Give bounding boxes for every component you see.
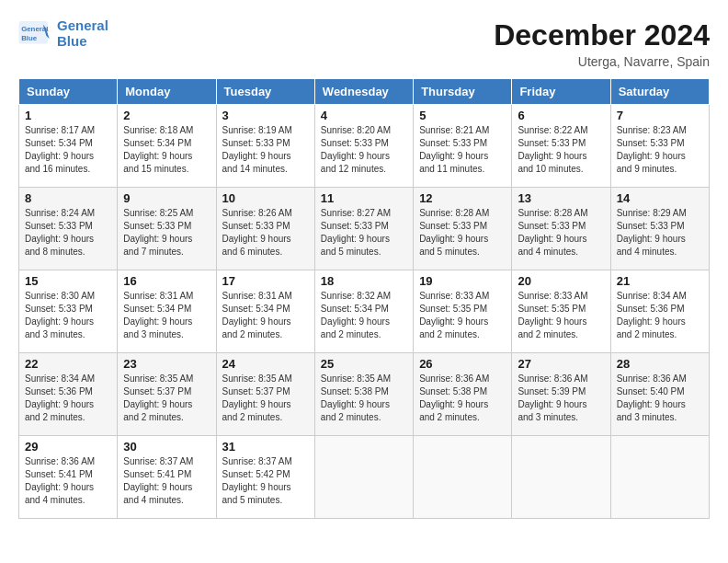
month-year-title: December 2024 <box>494 18 710 52</box>
day-number: 25 <box>321 357 407 371</box>
calendar-cell: 27Sunrise: 8:36 AM Sunset: 5:39 PM Dayli… <box>512 353 610 436</box>
day-number: 19 <box>419 274 506 288</box>
day-info: Sunrise: 8:24 AM Sunset: 5:33 PM Dayligh… <box>25 207 111 259</box>
day-info: Sunrise: 8:20 AM Sunset: 5:33 PM Dayligh… <box>321 124 407 176</box>
day-info: Sunrise: 8:28 AM Sunset: 5:33 PM Dayligh… <box>518 207 604 259</box>
calendar-cell: 4Sunrise: 8:20 AM Sunset: 5:33 PM Daylig… <box>314 105 413 188</box>
calendar-cell <box>414 436 512 519</box>
title-block: December 2024 Uterga, Navarre, Spain <box>494 18 710 69</box>
svg-text:Blue: Blue <box>21 34 38 42</box>
day-number: 16 <box>123 274 210 288</box>
page-header: General Blue General Blue December 2024 … <box>18 18 710 69</box>
day-number: 11 <box>321 191 407 205</box>
day-number: 5 <box>419 109 506 122</box>
calendar-cell: 7Sunrise: 8:23 AM Sunset: 5:33 PM Daylig… <box>610 105 709 188</box>
weekday-header-friday: Friday <box>512 79 610 105</box>
calendar-cell: 31Sunrise: 8:37 AM Sunset: 5:42 PM Dayli… <box>216 436 314 519</box>
day-number: 4 <box>321 109 407 122</box>
calendar-cell: 30Sunrise: 8:37 AM Sunset: 5:41 PM Dayli… <box>118 436 216 519</box>
day-number: 3 <box>222 109 309 122</box>
calendar-cell: 19Sunrise: 8:33 AM Sunset: 5:35 PM Dayli… <box>414 270 512 353</box>
day-number: 24 <box>222 357 309 371</box>
logo-icon: General Blue <box>18 21 51 47</box>
day-number: 21 <box>617 274 703 288</box>
day-info: Sunrise: 8:22 AM Sunset: 5:33 PM Dayligh… <box>518 124 604 176</box>
day-info: Sunrise: 8:34 AM Sunset: 5:36 PM Dayligh… <box>25 373 111 424</box>
day-number: 6 <box>518 109 604 122</box>
calendar-cell: 16Sunrise: 8:31 AM Sunset: 5:34 PM Dayli… <box>118 270 216 353</box>
day-info: Sunrise: 8:31 AM Sunset: 5:34 PM Dayligh… <box>123 290 210 341</box>
day-number: 9 <box>123 191 210 205</box>
logo-text: General Blue <box>57 18 108 49</box>
day-info: Sunrise: 8:31 AM Sunset: 5:34 PM Dayligh… <box>222 290 309 341</box>
calendar-cell: 6Sunrise: 8:22 AM Sunset: 5:33 PM Daylig… <box>512 105 610 188</box>
day-info: Sunrise: 8:36 AM Sunset: 5:41 PM Dayligh… <box>25 455 111 507</box>
calendar-cell: 15Sunrise: 8:30 AM Sunset: 5:33 PM Dayli… <box>19 270 118 353</box>
day-info: Sunrise: 8:37 AM Sunset: 5:41 PM Dayligh… <box>123 455 210 507</box>
day-number: 23 <box>123 357 210 371</box>
calendar-cell: 21Sunrise: 8:34 AM Sunset: 5:36 PM Dayli… <box>610 270 709 353</box>
calendar-cell: 18Sunrise: 8:32 AM Sunset: 5:34 PM Dayli… <box>314 270 413 353</box>
day-number: 10 <box>222 191 309 205</box>
calendar-cell: 14Sunrise: 8:29 AM Sunset: 5:33 PM Dayli… <box>610 188 709 270</box>
day-info: Sunrise: 8:34 AM Sunset: 5:36 PM Dayligh… <box>617 290 703 341</box>
day-info: Sunrise: 8:21 AM Sunset: 5:33 PM Dayligh… <box>419 124 506 176</box>
calendar-cell: 22Sunrise: 8:34 AM Sunset: 5:36 PM Dayli… <box>19 353 118 436</box>
day-info: Sunrise: 8:23 AM Sunset: 5:33 PM Dayligh… <box>617 124 703 176</box>
day-info: Sunrise: 8:36 AM Sunset: 5:40 PM Dayligh… <box>617 373 703 424</box>
calendar-cell: 17Sunrise: 8:31 AM Sunset: 5:34 PM Dayli… <box>216 270 314 353</box>
calendar-cell: 24Sunrise: 8:35 AM Sunset: 5:37 PM Dayli… <box>216 353 314 436</box>
day-info: Sunrise: 8:35 AM Sunset: 5:37 PM Dayligh… <box>222 373 309 424</box>
day-info: Sunrise: 8:19 AM Sunset: 5:33 PM Dayligh… <box>222 124 309 176</box>
weekday-header-thursday: Thursday <box>414 79 512 105</box>
day-number: 28 <box>617 357 703 371</box>
day-info: Sunrise: 8:17 AM Sunset: 5:34 PM Dayligh… <box>25 124 111 176</box>
calendar-week-row: 29Sunrise: 8:36 AM Sunset: 5:41 PM Dayli… <box>19 436 710 519</box>
day-info: Sunrise: 8:27 AM Sunset: 5:33 PM Dayligh… <box>321 207 407 259</box>
calendar-week-row: 15Sunrise: 8:30 AM Sunset: 5:33 PM Dayli… <box>19 270 710 353</box>
logo: General Blue General Blue <box>18 18 108 49</box>
day-number: 27 <box>518 357 604 371</box>
day-number: 22 <box>25 357 111 371</box>
calendar-cell: 28Sunrise: 8:36 AM Sunset: 5:40 PM Dayli… <box>610 353 709 436</box>
calendar-week-row: 1Sunrise: 8:17 AM Sunset: 5:34 PM Daylig… <box>19 105 710 188</box>
day-info: Sunrise: 8:33 AM Sunset: 5:35 PM Dayligh… <box>419 290 506 341</box>
calendar-cell: 10Sunrise: 8:26 AM Sunset: 5:33 PM Dayli… <box>216 188 314 270</box>
weekday-header-sunday: Sunday <box>19 79 118 105</box>
day-number: 12 <box>419 191 506 205</box>
calendar-cell: 3Sunrise: 8:19 AM Sunset: 5:33 PM Daylig… <box>216 105 314 188</box>
day-number: 7 <box>617 109 703 122</box>
day-number: 15 <box>25 274 111 288</box>
day-info: Sunrise: 8:18 AM Sunset: 5:34 PM Dayligh… <box>123 124 210 176</box>
day-number: 26 <box>419 357 506 371</box>
weekday-header-tuesday: Tuesday <box>216 79 314 105</box>
calendar-cell: 20Sunrise: 8:33 AM Sunset: 5:35 PM Dayli… <box>512 270 610 353</box>
calendar-cell: 5Sunrise: 8:21 AM Sunset: 5:33 PM Daylig… <box>414 105 512 188</box>
day-number: 20 <box>518 274 604 288</box>
calendar-cell: 12Sunrise: 8:28 AM Sunset: 5:33 PM Dayli… <box>414 188 512 270</box>
day-info: Sunrise: 8:30 AM Sunset: 5:33 PM Dayligh… <box>25 290 111 341</box>
day-info: Sunrise: 8:32 AM Sunset: 5:34 PM Dayligh… <box>321 290 407 341</box>
calendar-cell: 26Sunrise: 8:36 AM Sunset: 5:38 PM Dayli… <box>414 353 512 436</box>
day-number: 2 <box>123 109 210 122</box>
day-info: Sunrise: 8:25 AM Sunset: 5:33 PM Dayligh… <box>123 207 210 259</box>
calendar-cell <box>512 436 610 519</box>
calendar-table: SundayMondayTuesdayWednesdayThursdayFrid… <box>18 78 710 519</box>
location-subtitle: Uterga, Navarre, Spain <box>494 54 710 69</box>
weekday-header-saturday: Saturday <box>610 79 709 105</box>
calendar-header-row: SundayMondayTuesdayWednesdayThursdayFrid… <box>19 79 710 105</box>
calendar-cell <box>610 436 709 519</box>
day-number: 29 <box>25 440 111 454</box>
calendar-cell: 13Sunrise: 8:28 AM Sunset: 5:33 PM Dayli… <box>512 188 610 270</box>
day-info: Sunrise: 8:26 AM Sunset: 5:33 PM Dayligh… <box>222 207 309 259</box>
day-number: 13 <box>518 191 604 205</box>
calendar-week-row: 22Sunrise: 8:34 AM Sunset: 5:36 PM Dayli… <box>19 353 710 436</box>
calendar-cell: 2Sunrise: 8:18 AM Sunset: 5:34 PM Daylig… <box>118 105 216 188</box>
day-number: 14 <box>617 191 703 205</box>
calendar-cell: 23Sunrise: 8:35 AM Sunset: 5:37 PM Dayli… <box>118 353 216 436</box>
day-info: Sunrise: 8:28 AM Sunset: 5:33 PM Dayligh… <box>419 207 506 259</box>
day-number: 1 <box>25 109 111 122</box>
day-number: 18 <box>321 274 407 288</box>
day-info: Sunrise: 8:29 AM Sunset: 5:33 PM Dayligh… <box>617 207 703 259</box>
calendar-cell: 9Sunrise: 8:25 AM Sunset: 5:33 PM Daylig… <box>118 188 216 270</box>
